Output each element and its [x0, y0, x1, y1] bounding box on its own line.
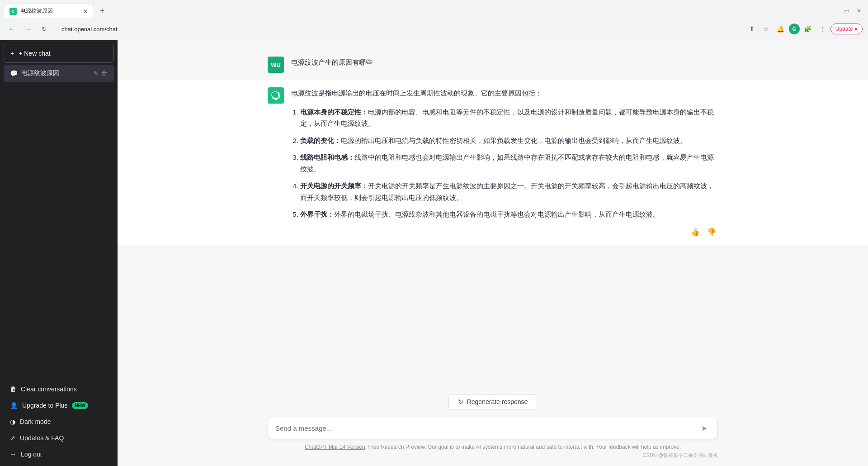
message-input[interactable] — [275, 424, 698, 432]
extensions-icon[interactable]: 🧩 — [802, 23, 814, 35]
user-avatar: WU — [268, 57, 284, 73]
clear-conversations-label: Clear conversations — [21, 385, 77, 393]
list-item: 电源本身的不稳定性：电源内部的电容、电感和电阻等元件的不稳定性，以及电源的设计和… — [300, 106, 718, 129]
point-5-title: 外界干扰： — [300, 210, 334, 218]
updates-faq-label: Updates & FAQ — [20, 434, 64, 442]
new-chat-label: + New chat — [19, 50, 50, 57]
maximize-button[interactable]: ▭ — [841, 5, 852, 16]
new-tab-button[interactable]: + — [96, 5, 108, 17]
assistant-message-row: 电源纹波是指电源输出的电压在时间上发生周期性波动的现象。它的主要原因包括： 电源… — [118, 80, 868, 245]
app: + + New chat 💬 电源纹波原因 ✎ 🗑 🗑 Clear conver… — [0, 40, 868, 466]
menu-icon[interactable]: ⋮ — [816, 23, 829, 35]
point-2-content: 电源的输出电压和电流与负载的特性密切相关，如果负载发生变化，电源的输出也会受到影… — [341, 137, 687, 144]
trash-icon: 🗑 — [10, 385, 16, 393]
dark-mode-label: Dark mode — [20, 418, 51, 425]
list-item: 开关电源的开关频率：开关电源的开关频率是产生电源纹波的主要原因之一。开关电源的开… — [300, 180, 718, 203]
message-actions: 👍 👎 — [291, 226, 718, 238]
footer-description: . Free Research Preview. Our goal is to … — [365, 444, 681, 450]
updates-faq-button[interactable]: ↗ Updates & FAQ — [4, 430, 114, 446]
forward-button[interactable]: → — [22, 23, 34, 35]
tab-close-button[interactable]: ✕ — [83, 8, 88, 15]
new-chat-button[interactable]: + + New chat — [4, 44, 114, 63]
log-out-button[interactable]: → Log out — [4, 446, 114, 462]
sidebar: + + New chat 💬 电源纹波原因 ✎ 🗑 🗑 Clear conver… — [0, 40, 118, 466]
active-tab[interactable]: C 电源纹波原因 ✕ — [4, 4, 94, 18]
user-message-row: WU 电源纹波产生的原因有哪些 — [118, 49, 868, 80]
url-input[interactable] — [54, 22, 742, 36]
list-item: 外界干扰：外界的电磁场干扰、电源线杂波和其他电器设备的电磁干扰等也会对电源输出产… — [300, 209, 718, 220]
chat-item-actions: ✎ 🗑 — [93, 70, 108, 77]
clear-conversations-button[interactable]: 🗑 Clear conversations — [4, 381, 114, 397]
logout-icon: → — [10, 451, 16, 458]
tab-title: 电源纹波原因 — [20, 7, 79, 15]
message-input-area: ➤ — [268, 417, 718, 439]
minimize-button[interactable]: ─ — [828, 5, 839, 16]
point-4-title: 开关电源的开关频率： — [300, 182, 368, 190]
tab-bar: C 电源纹波原因 ✕ + ─ ▭ ✕ — [0, 0, 868, 18]
address-icons: ⬆ ☆ 🔔 G 🧩 ⋮ Update ● — [745, 23, 863, 35]
chat-history-item[interactable]: 💬 电源纹波原因 ✎ 🗑 — [4, 65, 114, 82]
back-button[interactable]: ← — [5, 23, 18, 35]
user-message-text: 电源纹波产生的原因有哪些 — [291, 57, 718, 68]
gpt-avatar — [268, 87, 284, 104]
point-2-title: 负载的变化： — [300, 137, 341, 144]
dark-mode-icon: ◑ — [10, 418, 15, 425]
profile-icon[interactable]: G — [789, 24, 800, 34]
assistant-points-list: 电源本身的不稳定性：电源内部的电容、电感和电阻等元件的不稳定性，以及电源的设计和… — [291, 106, 718, 220]
notifications-icon[interactable]: 🔔 — [774, 23, 787, 35]
thumbs-down-button[interactable]: 👎 — [705, 226, 718, 238]
address-bar: ← → ↻ ⬆ ☆ 🔔 G 🧩 ⋮ Update ● — [0, 18, 868, 40]
chat-item-title: 电源纹波原因 — [21, 69, 90, 77]
regenerate-label: Regenerate response — [467, 398, 528, 405]
thumbs-up-button[interactable]: 👍 — [689, 226, 702, 238]
update-button[interactable]: Update ● — [830, 24, 863, 34]
point-1-title: 电源本身的不稳定性： — [300, 108, 368, 116]
main-chat-area: WU 电源纹波产生的原因有哪些 电源纹波是指电源输出的电压在时间上发生周期性波动… — [118, 40, 868, 466]
upgrade-to-plus-button[interactable]: 👤 Upgrade to Plus NEW — [4, 397, 114, 414]
chat-icon: 💬 — [10, 70, 18, 77]
new-badge: NEW — [72, 402, 88, 409]
window-controls: ─ ▭ ✕ — [828, 5, 864, 16]
plus-icon: + — [10, 50, 14, 57]
log-out-label: Log out — [21, 451, 42, 458]
assistant-message-content: 电源纹波是指电源输出的电压在时间上发生周期性波动的现象。它的主要原因包括： 电源… — [291, 87, 718, 238]
chatgpt-version-link[interactable]: ChatGPT Mar 14 Version — [305, 444, 365, 450]
assistant-intro-text: 电源纹波是指电源输出的电压在时间上发生周期性波动的现象。它的主要原因包括： — [291, 87, 718, 99]
point-5-content: 外界的电磁场干扰、电源线杂波和其他电器设备的电磁干扰等也会对电源输出产生影响，从… — [334, 210, 660, 218]
edit-chat-button[interactable]: ✎ — [93, 70, 99, 77]
chat-bottom: ↻ Regenerate response ➤ ChatGPT Mar 14 V… — [118, 387, 868, 466]
regenerate-response-button[interactable]: ↻ Regenerate response — [448, 394, 538, 409]
user-icon: 👤 — [10, 402, 18, 409]
point-3-content: 线路中的电阻和电感也会对电源输出产生影响，如果线路中存在阻抗不匹配或者存在较大的… — [300, 153, 714, 173]
bookmark-icon[interactable]: ☆ — [760, 23, 773, 35]
send-button[interactable]: ➤ — [698, 422, 710, 434]
watermark-text: CSDN @鲁棒最小二乘支持向量机 — [268, 452, 718, 459]
point-3-title: 线路电阻和电感： — [300, 153, 354, 161]
tab-favicon: C — [9, 8, 17, 15]
browser-chrome: C 电源纹波原因 ✕ + ─ ▭ ✕ ← → ↻ ⬆ ☆ 🔔 G 🧩 ⋮ Upd… — [0, 0, 868, 40]
user-message-content: 电源纹波产生的原因有哪些 — [291, 57, 718, 73]
list-item: 负载的变化：电源的输出电压和电流与负载的特性密切相关，如果负载发生变化，电源的输… — [300, 135, 718, 147]
close-button[interactable]: ✕ — [854, 5, 864, 16]
external-link-icon: ↗ — [10, 434, 15, 442]
sidebar-top: + + New chat 💬 电源纹波原因 ✎ 🗑 — [0, 40, 118, 377]
dark-mode-button[interactable]: ◑ Dark mode — [4, 414, 114, 430]
delete-chat-button[interactable]: 🗑 — [101, 70, 108, 77]
chat-messages: WU 电源纹波产生的原因有哪些 电源纹波是指电源输出的电压在时间上发生周期性波动… — [118, 40, 868, 387]
reload-button[interactable]: ↻ — [38, 23, 51, 35]
share-icon[interactable]: ⬆ — [745, 23, 758, 35]
footer-text: ChatGPT Mar 14 Version. Free Research Pr… — [268, 444, 718, 450]
sidebar-bottom: 🗑 Clear conversations 👤 Upgrade to Plus … — [0, 377, 118, 466]
list-item: 线路电阻和电感：线路中的电阻和电感也会对电源输出产生影响，如果线路中存在阻抗不匹… — [300, 152, 718, 175]
upgrade-label: Upgrade to Plus — [22, 402, 67, 409]
regenerate-icon: ↻ — [458, 398, 463, 405]
